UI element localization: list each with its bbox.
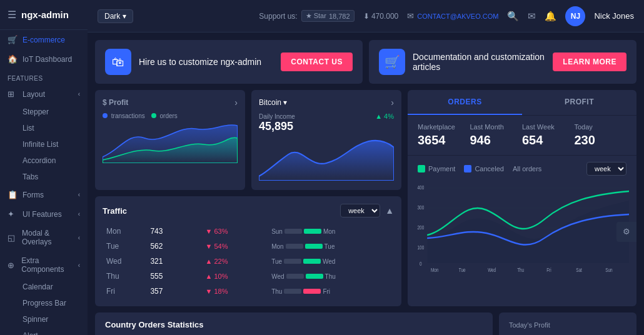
mini-bar-mon bbox=[305, 244, 323, 249]
svg-text:Wed: Wed bbox=[488, 267, 496, 272]
legend-orders: orders bbox=[151, 112, 178, 119]
stat-value: 230 bbox=[575, 133, 627, 148]
week-select[interactable]: week bbox=[340, 204, 380, 218]
mini-bar: Wed Thu bbox=[271, 271, 390, 281]
layout-icon: ⊞ bbox=[8, 89, 19, 99]
sidebar-item-label: Modal & Overlays bbox=[22, 229, 78, 246]
sidebar-item-extra[interactable]: ⊕ Extra Components ‹ bbox=[0, 251, 88, 279]
bitcoin-card: Bitcoin ▾ › Daily Income 45,895 bbox=[251, 90, 401, 190]
today-profit-label: Today's Profit bbox=[509, 321, 626, 329]
tab-orders[interactable]: ORDERS bbox=[408, 90, 522, 115]
chevron-icon: ‹ bbox=[78, 191, 80, 198]
transactions-dot bbox=[103, 113, 108, 118]
mini-bar-mon bbox=[306, 274, 323, 279]
change-arrow: ▲ bbox=[375, 112, 382, 120]
contact-us-button[interactable]: CONTACT US bbox=[281, 52, 353, 71]
toggle-icon[interactable]: ▲ bbox=[385, 206, 394, 216]
sidebar-sub-label: Progress Bar bbox=[23, 299, 66, 308]
dropdown-arrow: ▾ bbox=[283, 98, 287, 107]
sidebar-item-alert[interactable]: Alert bbox=[0, 328, 88, 335]
day-cell: Thu bbox=[103, 269, 146, 284]
tab-profit[interactable]: PROFIT bbox=[522, 90, 636, 115]
sidebar-item-layout[interactable]: ⊞ Layout ‹ bbox=[0, 84, 88, 104]
day-cell: Wed bbox=[103, 254, 146, 269]
sidebar-item-progress-bar[interactable]: Progress Bar bbox=[0, 295, 88, 311]
pct-value: ▲ 22% bbox=[205, 258, 228, 265]
avatar[interactable]: NJ bbox=[565, 6, 585, 26]
download-section[interactable]: ⬇ 470.000 bbox=[363, 12, 399, 21]
orders-stats: Marketplace 3654 Last Month 946 Last Wee… bbox=[408, 116, 636, 156]
legend-payment-label: Payment bbox=[428, 165, 455, 172]
mini-bar: Tue Wed bbox=[271, 256, 390, 266]
orders-dot bbox=[151, 113, 156, 118]
star-badge[interactable]: ★ Star 18,782 bbox=[301, 10, 355, 22]
stat-lastmonth: Last Month 946 bbox=[470, 123, 523, 148]
svg-text:Mon: Mon bbox=[431, 267, 438, 272]
stat-value: 946 bbox=[470, 133, 523, 148]
orders-panel: ORDERS PROFIT Marketplace 3654 Last Mont… bbox=[408, 90, 636, 306]
stat-lastweek: Last Week 654 bbox=[522, 123, 575, 148]
svg-text:400: 400 bbox=[418, 184, 425, 191]
sidebar-item-label: Forms bbox=[23, 191, 44, 199]
today-profit-card: Today's Profit $ 572,900 Better than las… bbox=[499, 312, 636, 335]
svg-text:100: 100 bbox=[418, 244, 425, 251]
sidebar-item-infinite-list[interactable]: Infinite List bbox=[0, 136, 88, 152]
day-cell: Tue bbox=[103, 239, 146, 254]
email-section: ✉ CONTACT@AKVEO.COM bbox=[407, 11, 498, 21]
sidebar-item-accordion[interactable]: Accordion bbox=[0, 152, 88, 169]
payment-color bbox=[418, 165, 425, 172]
sidebar-item-ecommerce[interactable]: 🛒 E-commerce bbox=[0, 30, 88, 49]
bitcoin-more-icon[interactable]: › bbox=[391, 98, 394, 108]
banner-docs-text: Documentation and customization articles bbox=[413, 52, 545, 72]
bitcoin-dropdown[interactable]: Bitcoin ▾ bbox=[259, 98, 287, 107]
sidebar-item-forms[interactable]: 📋 Forms ‹ bbox=[0, 185, 88, 204]
dashboard-row: $ Profit › transactions order bbox=[95, 90, 636, 306]
stat-marketplace: Marketplace 3654 bbox=[418, 123, 470, 148]
sidebar-item-label: IoT Dashboard bbox=[23, 55, 72, 64]
profit-more-icon[interactable]: › bbox=[234, 98, 238, 108]
header-right: Support us: ★ Star 18,782 ⬇ 470.000 ✉ CO… bbox=[259, 6, 634, 26]
bitcoin-income: Daily Income 45,895 ▲ 4% bbox=[259, 112, 394, 133]
app-logo: ngx-admin bbox=[21, 9, 69, 20]
profit-legend: transactions orders bbox=[103, 112, 238, 119]
learn-more-button[interactable]: LEARN MORE bbox=[553, 52, 626, 71]
mail-icon[interactable]: ✉ bbox=[528, 11, 536, 22]
menu-icon[interactable]: ☰ bbox=[8, 9, 16, 21]
profit-chart bbox=[103, 119, 238, 163]
iot-icon: 🏠 bbox=[8, 54, 19, 64]
sidebar-item-tabs[interactable]: Tabs bbox=[0, 169, 88, 185]
sidebar-item-modal[interactable]: ◱ Modal & Overlays ‹ bbox=[0, 224, 88, 251]
chart-week-select[interactable]: week bbox=[586, 162, 626, 176]
country-stats-card: Country Orders Statistics Selected Count… bbox=[95, 312, 493, 335]
sidebar-section-main: 🛒 E-commerce 🏠 IoT Dashboard bbox=[0, 30, 88, 69]
bell-icon[interactable]: 🔔 bbox=[545, 11, 556, 22]
sidebar-item-stepper[interactable]: Stepper bbox=[0, 104, 88, 120]
search-icon[interactable]: 🔍 bbox=[507, 11, 519, 22]
chart-legend: Payment Canceled All orders week bbox=[408, 156, 636, 182]
theme-label: Dark bbox=[104, 12, 120, 21]
profit-card: $ Profit › transactions order bbox=[95, 90, 245, 190]
chevron-icon: ‹ bbox=[78, 262, 80, 269]
sidebar-item-list[interactable]: List bbox=[0, 120, 88, 136]
mini-bar: Sun Mon bbox=[271, 226, 390, 236]
sidebar-sub-label: Stepper bbox=[23, 108, 49, 116]
banner-hire-text: Hire us to customize ngx-admin bbox=[139, 57, 273, 67]
sidebar-item-ui-features[interactable]: ✦ UI Features ‹ bbox=[0, 204, 88, 224]
svg-text:Tue: Tue bbox=[459, 267, 466, 272]
theme-selector[interactable]: Dark ▾ bbox=[98, 9, 133, 23]
num-cell: 743 bbox=[146, 224, 201, 239]
star-label: ★ Star bbox=[306, 12, 326, 20]
traffic-card: Traffic week ▲ Mon bbox=[95, 196, 401, 306]
sidebar-item-calendar[interactable]: Calendar bbox=[0, 279, 88, 295]
cards-row: $ Profit › transactions order bbox=[95, 90, 401, 190]
email-link[interactable]: CONTACT@AKVEO.COM bbox=[417, 12, 498, 20]
sidebar-item-spinner[interactable]: Spinner bbox=[0, 311, 88, 328]
mini-bar-mon bbox=[303, 259, 321, 264]
table-row: Mon 743 ▼ 63% Sun Mon bbox=[103, 224, 394, 239]
sidebar-item-iot[interactable]: 🏠 IoT Dashboard bbox=[0, 49, 88, 69]
svg-text:0: 0 bbox=[420, 261, 422, 267]
stat-label: Today bbox=[575, 123, 627, 131]
bitcoin-label: Bitcoin bbox=[259, 98, 281, 107]
username[interactable]: Nick Jones bbox=[594, 11, 634, 21]
settings-button[interactable]: ⚙ bbox=[616, 222, 636, 242]
